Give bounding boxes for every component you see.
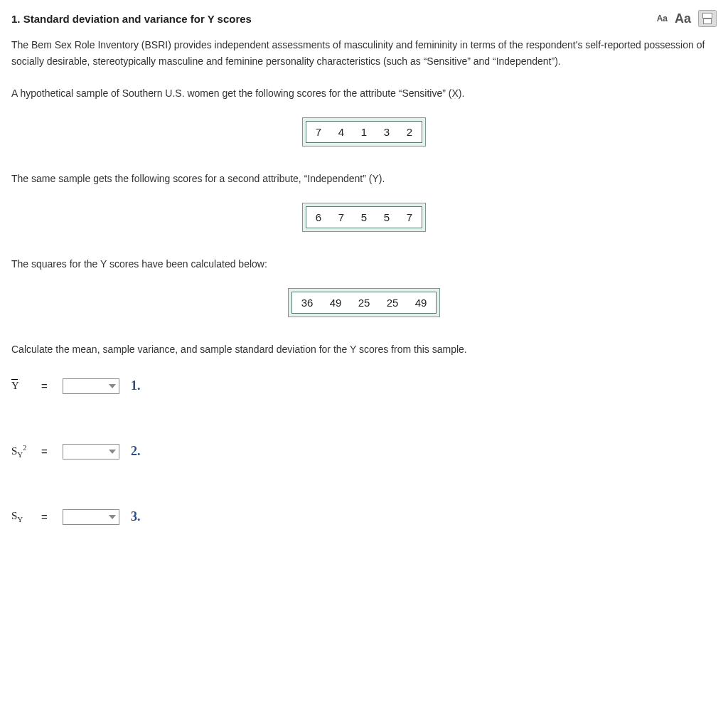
mean-symbol: Y (11, 380, 33, 392)
y-score-value: 5 (359, 211, 369, 223)
x-score-value: 1 (359, 126, 369, 138)
y-square-value: 25 (385, 297, 400, 309)
variance-symbol: SY2 (11, 444, 33, 459)
y-square-value: 25 (356, 297, 372, 309)
font-size-small-button[interactable]: Aa (657, 14, 668, 23)
y-score-value: 7 (336, 211, 346, 223)
y-score-value: 7 (405, 211, 414, 223)
sample-x-paragraph: A hypothetical sample of Southern U.S. w… (11, 85, 717, 102)
chevron-down-icon (109, 515, 116, 519)
equals-sign: = (41, 445, 54, 457)
intro-paragraph: The Bem Sex Role Inventory (BSRI) provid… (11, 37, 717, 70)
x-score-value: 7 (314, 126, 323, 138)
x-score-value: 4 (336, 126, 346, 138)
sd-dropdown[interactable] (63, 509, 119, 525)
y-square-value: 49 (328, 297, 343, 309)
calculate-paragraph: Calculate the mean, sample variance, and… (11, 341, 717, 358)
sample-y-paragraph: The same sample gets the following score… (11, 171, 717, 187)
chevron-down-icon (109, 450, 116, 454)
y-score-value: 5 (382, 211, 392, 223)
variance-row: SY2 = 2. (11, 444, 717, 459)
variance-dropdown[interactable] (63, 444, 119, 459)
question-title: 1. Standard deviation and variance for Y… (11, 13, 252, 25)
y-square-value: 36 (299, 297, 315, 309)
equals-sign: = (41, 511, 54, 523)
header-row: 1. Standard deviation and variance for Y… (11, 10, 717, 27)
squares-paragraph: The squares for the Y scores have been c… (11, 256, 717, 272)
mean-dropdown[interactable] (63, 378, 119, 394)
chevron-down-icon (109, 384, 116, 388)
print-icon[interactable] (698, 10, 717, 27)
x-score-value: 2 (405, 126, 414, 138)
mean-row: Y = 1. (11, 378, 717, 394)
header-controls: Aa Aa (657, 10, 717, 27)
answer-number-2: 2. (131, 444, 141, 459)
answer-number-3: 3. (131, 509, 141, 524)
answer-number-1: 1. (131, 378, 141, 393)
y-squares-box: 36 49 25 25 49 (11, 288, 717, 317)
font-size-large-button[interactable]: Aa (675, 11, 691, 26)
sd-symbol: SY (11, 510, 33, 524)
equals-sign: = (41, 380, 54, 392)
sd-row: SY = 3. (11, 509, 717, 525)
y-square-value: 49 (413, 297, 429, 309)
y-score-value: 6 (314, 211, 323, 223)
x-score-value: 3 (382, 126, 392, 138)
x-scores-box: 7 4 1 3 2 (11, 117, 717, 147)
y-scores-box: 6 7 5 5 7 (11, 203, 717, 232)
